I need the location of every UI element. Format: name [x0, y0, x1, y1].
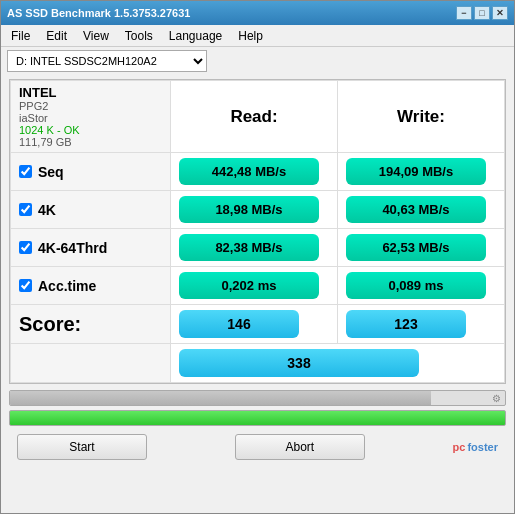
- logo-oster: foster: [467, 441, 498, 453]
- progress-bar-green: [9, 410, 506, 426]
- logo-pc: pc: [453, 441, 466, 453]
- seq-read-value: 442,48 MB/s: [179, 158, 319, 185]
- progress-bar-main: ⚙: [9, 390, 506, 406]
- table-row: Acc.time 0,202 ms 0,089 ms: [11, 267, 505, 305]
- menu-tools[interactable]: Tools: [119, 27, 159, 45]
- drive-select[interactable]: D: INTEL SSDSC2MH120A2: [7, 50, 207, 72]
- score-read-value: 146: [179, 310, 299, 338]
- row-label-4k: 4K: [11, 191, 171, 229]
- 4k-read-value: 18,98 MB/s: [179, 196, 319, 223]
- menu-view[interactable]: View: [77, 27, 115, 45]
- row-label-acctime-container: Acc.time: [19, 278, 162, 294]
- 4k-write-cell: 40,63 MB/s: [338, 191, 505, 229]
- score-row: Score: 146 123: [11, 305, 505, 344]
- row-label-acctime: Acc.time: [11, 267, 171, 305]
- write-header: Write:: [338, 81, 505, 153]
- score-write-value: 123: [346, 310, 466, 338]
- title-bar: AS SSD Benchmark 1.5.3753.27631 − □ ✕: [1, 1, 514, 25]
- 4k64-checkbox[interactable]: [19, 241, 32, 254]
- bottom-bar: Start Abort pcfoster: [9, 430, 506, 464]
- score-read-cell: 146: [171, 305, 338, 344]
- main-content: INTEL PPG2 iaStor 1024 K - OK 111,79 GB …: [1, 75, 514, 513]
- acctime-write-value: 0,089 ms: [346, 272, 486, 299]
- total-score-empty: [11, 344, 171, 383]
- benchmark-grid: INTEL PPG2 iaStor 1024 K - OK 111,79 GB …: [9, 79, 506, 384]
- progress-indicator: ⚙: [492, 393, 501, 404]
- 4k-write-value: 40,63 MB/s: [346, 196, 486, 223]
- read-header: Read:: [171, 81, 338, 153]
- progress-area: ⚙: [9, 390, 506, 426]
- acctime-write-cell: 0,089 ms: [338, 267, 505, 305]
- progress-fill-gray: [10, 391, 431, 405]
- row-label-seq-container: Seq: [19, 164, 162, 180]
- table-row: 4K 18,98 MB/s 40,63 MB/s: [11, 191, 505, 229]
- row-label-4k64: 4K-64Thrd: [11, 229, 171, 267]
- toolbar: D: INTEL SSDSC2MH120A2: [1, 47, 514, 75]
- abort-button[interactable]: Abort: [235, 434, 365, 460]
- score-write-cell: 123: [338, 305, 505, 344]
- info-driver: iaStor: [19, 112, 162, 124]
- seq-write-value: 194,09 MB/s: [346, 158, 486, 185]
- window-title: AS SSD Benchmark 1.5.3753.27631: [7, 7, 190, 19]
- row-label-seq: Seq: [11, 153, 171, 191]
- logo: pcfoster: [453, 441, 498, 453]
- main-window: AS SSD Benchmark 1.5.3753.27631 − □ ✕ Fi…: [0, 0, 515, 514]
- acctime-checkbox[interactable]: [19, 279, 32, 292]
- row-label-4k-container: 4K: [19, 202, 162, 218]
- table-row: Seq 442,48 MB/s 194,09 MB/s: [11, 153, 505, 191]
- minimize-button[interactable]: −: [456, 6, 472, 20]
- menu-bar: File Edit View Tools Language Help: [1, 25, 514, 47]
- title-bar-buttons: − □ ✕: [456, 6, 508, 20]
- seq-write-cell: 194,09 MB/s: [338, 153, 505, 191]
- info-brand: INTEL: [19, 85, 162, 100]
- menu-language[interactable]: Language: [163, 27, 228, 45]
- table-row: 4K-64Thrd 82,38 MB/s 62,53 MB/s: [11, 229, 505, 267]
- benchmark-table: INTEL PPG2 iaStor 1024 K - OK 111,79 GB …: [10, 80, 505, 383]
- 4k64-read-cell: 82,38 MB/s: [171, 229, 338, 267]
- row-label-4k64-container: 4K-64Thrd: [19, 240, 162, 256]
- info-header-cell: INTEL PPG2 iaStor 1024 K - OK 111,79 GB: [11, 81, 171, 153]
- total-score-value: 338: [179, 349, 419, 377]
- start-button[interactable]: Start: [17, 434, 147, 460]
- menu-edit[interactable]: Edit: [40, 27, 73, 45]
- seq-read-cell: 442,48 MB/s: [171, 153, 338, 191]
- acctime-read-value: 0,202 ms: [179, 272, 319, 299]
- 4k64-write-cell: 62,53 MB/s: [338, 229, 505, 267]
- menu-file[interactable]: File: [5, 27, 36, 45]
- score-label: Score:: [11, 305, 171, 344]
- seq-checkbox[interactable]: [19, 165, 32, 178]
- 4k-checkbox[interactable]: [19, 203, 32, 216]
- total-score-cell: 338: [171, 344, 505, 383]
- close-button[interactable]: ✕: [492, 6, 508, 20]
- acctime-read-cell: 0,202 ms: [171, 267, 338, 305]
- total-score-row: 338: [11, 344, 505, 383]
- 4k-read-cell: 18,98 MB/s: [171, 191, 338, 229]
- menu-help[interactable]: Help: [232, 27, 269, 45]
- maximize-button[interactable]: □: [474, 6, 490, 20]
- info-cache: 1024 K - OK: [19, 124, 162, 136]
- info-size: 111,79 GB: [19, 136, 162, 148]
- info-model: PPG2: [19, 100, 162, 112]
- 4k64-read-value: 82,38 MB/s: [179, 234, 319, 261]
- 4k64-write-value: 62,53 MB/s: [346, 234, 486, 261]
